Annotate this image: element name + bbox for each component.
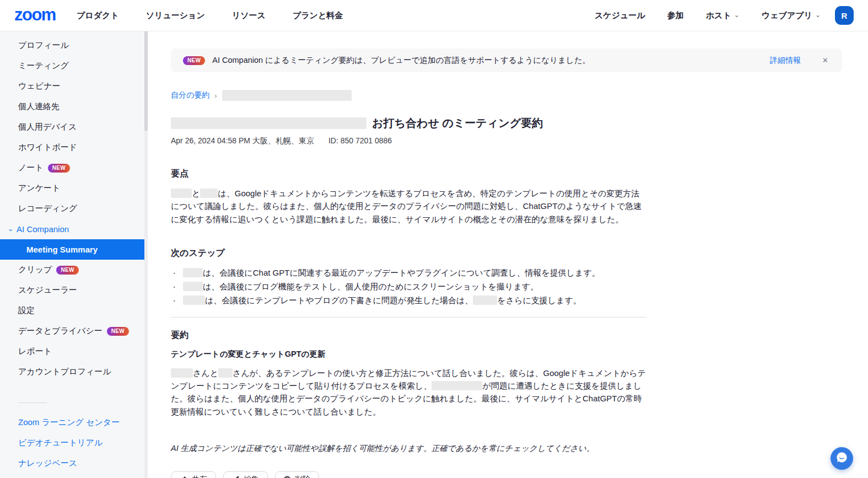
new-badge: NEW [56,266,78,275]
share-icon [180,476,187,478]
page-title: お打ち合わせ のミーティング要約 [372,116,543,131]
zoom-logo[interactable]: zoom [14,6,56,25]
sidebar-item-account-profile[interactable]: アカウントプロフィール [0,362,144,382]
sidebar-item-notes[interactable]: ノート NEW [0,158,144,178]
ai-disclaimer: AI 生成コンテンツは正確でない可能性や誤解を招く可能性があります。正確であるか… [171,443,646,454]
zoom-web-portal: zoom プロダクト ソリューション リソース プランと料金 スケジュール 参加… [0,0,868,478]
sidebar-divider [18,402,47,403]
bullet-icon: ・ [171,270,177,277]
redacted-name [200,189,218,198]
nav-solutions[interactable]: ソリューション [146,10,205,21]
sidebar-item-whiteboard[interactable]: ホワイトボード [0,137,144,158]
sidebar-navigation: プロフィール ミーティング ウェビナー 個人連絡先 個人用デバイス ホワイトボー… [0,31,144,478]
redacted-name [171,368,193,378]
sidebar-item-contacts[interactable]: 個人連絡先 [0,96,144,117]
banner-message: AI Companion によるミーティング要約は、プレビューで追加の言語をサポ… [212,55,763,66]
sidebar-item-surveys[interactable]: アンケート [0,178,144,198]
redacted-meeting-name [222,90,352,101]
next-steps-heading: 次のステップ [171,248,646,259]
pencil-icon [232,476,239,478]
chevron-down-icon: ⌄ [734,11,740,19]
summary-body: 要点 とは、Googleドキュメントからコンテンツを転送するプロセスを含め、特定… [171,168,646,478]
sidebar-item-profile[interactable]: プロフィール [0,35,144,56]
section-divider [171,317,646,318]
key-points-heading: 要点 [171,168,646,180]
sidebar-group-ai-companion[interactable]: ⌄ AI Companion [0,219,144,239]
sidebar-item-settings[interactable]: 設定 [0,300,144,321]
redacted-name [473,296,497,305]
chevron-down-icon: ⌄ [8,225,13,233]
trash-icon-button[interactable]: 削除 [275,471,319,478]
sidebar-item-reports[interactable]: レポート [0,341,144,362]
sidebar-link-knowledge-base[interactable]: ナレッジベース [0,453,144,474]
breadcrumb: 自分の要約 › [171,90,868,101]
redacted-name [183,268,203,277]
announcement-banner: NEW AI Companion によるミーティング要約は、プレビューで追加の言… [171,49,842,72]
recap-subheading: テンプレートの変更とチャットGPTの更新 [171,349,646,359]
edit-button[interactable]: 編集 [223,471,268,478]
recap-heading: 要約 [171,330,646,341]
sidebar-link-learning-center[interactable]: Zoom ラーニング センター [0,412,144,433]
meeting-id: ID: 850 7201 0886 [328,136,392,146]
recap-text: さんとさんが、あるテンプレートの使い方と修正方法について話し合いました。彼らは、… [171,367,646,418]
meeting-meta: Apr 26, 2024 04:58 PM 大阪、札幌、東京 ID: 850 7… [171,136,868,146]
sidebar-item-devices[interactable]: 個人用デバイス [0,117,144,137]
close-icon[interactable]: ✕ [822,56,828,65]
nav-webapp-dropdown[interactable]: ウェブアプリ ⌄ [762,10,821,21]
redacted-name [183,296,205,305]
nav-resources[interactable]: リソース [232,10,266,21]
sidebar-item-scheduler[interactable]: スケジューラー [0,280,144,300]
sidebar-item-clips[interactable]: クリップ NEW [0,260,144,280]
redacted-title-prefix [171,117,366,129]
sidebar-item-meetings[interactable]: ミーティング [0,56,144,76]
sidebar-item-meeting-summary[interactable]: Meeting Summary [0,239,144,260]
breadcrumb-my-summaries[interactable]: 自分の要約 [171,90,209,100]
nav-join[interactable]: 参加 [667,10,684,21]
share-button[interactable]: 共有 [171,471,216,478]
account-nav: スケジュール 参加 ホスト ⌄ ウェブアプリ ⌄ [595,10,821,21]
list-item: ・は、会議後にブログ機能をテストし、個人使用のためにスクリーンショットを撮ります… [171,281,646,292]
chat-bubble-icon [835,451,848,466]
learn-more-link[interactable]: 詳細情報 [770,56,801,66]
sidebar-item-data-privacy[interactable]: データとプライバシー NEW [0,321,144,341]
sidebar-link-video-tutorials[interactable]: ビデオチュートリアル [0,433,144,453]
nav-products[interactable]: プロダクト [77,10,119,21]
new-badge: NEW [183,56,205,65]
chevron-down-icon: ⌄ [815,11,821,19]
bullet-icon: ・ [171,297,177,305]
new-badge: NEW [48,164,70,173]
sidebar-item-webinars[interactable]: ウェビナー [0,76,144,96]
nav-webapp-label: ウェブアプリ [762,10,812,21]
key-points-text: とは、Googleドキュメントからコンテンツを転送するプロセスを含め、特定のテン… [171,187,646,225]
redacted-name [171,189,192,198]
trash-icon [284,476,290,478]
redacted-name [432,381,482,390]
primary-nav: プロダクト ソリューション リソース プランと料金 [77,10,343,21]
list-item: ・は、会議後にテンプレートやブログの下書きに問題が発生した場合は、をさらに支援し… [171,294,646,306]
bullet-icon: ・ [171,283,177,291]
summary-actions: 共有 編集 削除 [171,471,646,478]
user-avatar[interactable]: R [835,6,854,25]
top-navigation-bar: zoom プロダクト ソリューション リソース プランと料金 スケジュール 参加… [0,0,868,31]
meeting-datetime: Apr 26, 2024 04:58 PM 大阪、札幌、東京 [171,136,314,146]
nav-schedule[interactable]: スケジュール [595,10,645,21]
nav-plans-pricing[interactable]: プランと料金 [293,10,343,21]
summary-title-row: お打ち合わせ のミーティング要約 [171,116,868,131]
main-content: NEW AI Companion によるミーティング要約は、プレビューで追加の言… [148,31,868,478]
list-item: ・は、会議後にChat GPTに関連する最近のアップデートやプラグインについて調… [171,267,646,278]
redacted-name [183,282,203,291]
sidebar-item-recordings[interactable]: レコーディング [0,198,144,219]
nav-host-label: ホスト [706,10,731,21]
chevron-right-icon: › [214,92,217,100]
nav-host-dropdown[interactable]: ホスト ⌄ [706,10,740,21]
redacted-name [218,368,233,378]
new-badge: NEW [107,327,129,336]
next-steps-list: ・は、会議後にChat GPTに関連する最近のアップデートやプラグインについて調… [171,267,646,306]
chat-support-fab[interactable] [831,447,853,470]
